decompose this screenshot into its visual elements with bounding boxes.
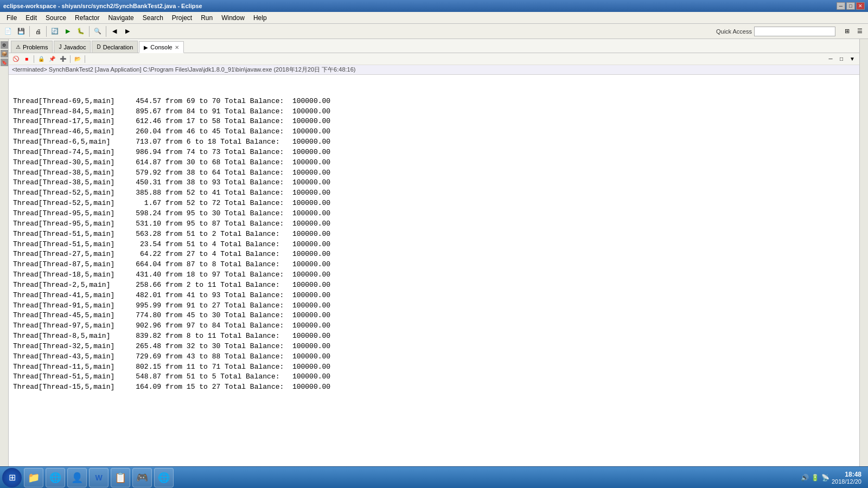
scroll-lock-button[interactable]: 🔒 xyxy=(36,54,46,64)
view-button[interactable]: ☰ xyxy=(854,25,866,37)
console-line: Thread[Thread-15,5,main] 164.09 from 15 … xyxy=(13,382,855,393)
menu-source[interactable]: Source xyxy=(41,13,71,23)
console-line: Thread[Thread-97,5,main] 902.96 from 97 … xyxy=(13,321,855,331)
window-controls: ─ □ ✕ xyxy=(837,2,865,10)
print-button[interactable]: 🖨 xyxy=(32,25,44,37)
toolbar-sep-1 xyxy=(29,26,30,37)
menu-navigate[interactable]: Navigate xyxy=(104,13,138,23)
tab-problems-label: Problems xyxy=(23,44,48,50)
quick-access-area: Quick Access xyxy=(716,27,835,36)
console-line: Thread[Thread-38,5,main] 579.92 from 38 … xyxy=(13,168,855,178)
stop-button[interactable]: ■ xyxy=(22,54,31,64)
left-sidebar: ⚙ 📦 🔖 xyxy=(0,39,9,466)
debug-button[interactable]: 🐛 xyxy=(75,25,87,37)
console-line: Thread[Thread-51,5,main] 548.87 from 51 … xyxy=(13,372,855,382)
maximize-view-button[interactable]: □ xyxy=(837,54,846,64)
menu-edit[interactable]: Edit xyxy=(21,13,41,23)
maximize-button[interactable]: □ xyxy=(846,2,855,10)
menu-help[interactable]: Help xyxy=(249,13,271,23)
console-line: Thread[Thread-30,5,main] 614.87 from 30 … xyxy=(13,158,855,168)
taskbar-user[interactable]: 👤 xyxy=(67,468,87,487)
console-line: Thread[Thread-91,5,main] 995.99 from 91 … xyxy=(13,301,855,311)
tab-problems[interactable]: ⚠ Problems xyxy=(11,41,53,53)
view-menu-button[interactable]: ▼ xyxy=(847,54,857,64)
sidebar-icon-1[interactable]: ⚙ xyxy=(1,41,8,49)
console-toolbar: 🚫 ■ 🔒 📌 ➕ 📂 ─ □ ▼ xyxy=(9,53,859,65)
start-button[interactable]: ⊞ xyxy=(2,468,22,487)
title-bar: eclipse-workspace - shiyan/src/synch2/Sy… xyxy=(0,0,868,12)
menu-window[interactable]: Window xyxy=(217,13,249,23)
console-line: Thread[Thread-43,5,main] 729.69 from 43 … xyxy=(13,352,855,362)
status-text: <terminated> SynchBankTest2 [Java Applic… xyxy=(12,66,355,73)
new-button[interactable]: 📄 xyxy=(2,25,14,37)
sidebar-icon-3[interactable]: 🔖 xyxy=(1,59,8,66)
taskbar-explorer[interactable]: 📁 xyxy=(24,468,43,487)
run-button[interactable]: ▶ xyxy=(62,25,74,37)
search-button[interactable]: 🔍 xyxy=(92,25,104,37)
tray-icon-2: 🔋 xyxy=(811,474,819,481)
console-line: Thread[Thread-38,5,main] 450.31 from 38 … xyxy=(13,178,855,188)
refresh-button[interactable]: 🔄 xyxy=(49,25,61,37)
back-button[interactable]: ◀ xyxy=(108,25,120,37)
window-title: eclipse-workspace - shiyan/src/synch2/Sy… xyxy=(3,3,202,9)
pin-button[interactable]: 📌 xyxy=(47,54,57,64)
menu-run[interactable]: Run xyxy=(196,13,217,23)
minimize-button[interactable]: ─ xyxy=(837,2,845,10)
console-line: Thread[Thread-6,5,main] 713.07 from 6 to… xyxy=(13,137,855,147)
tray-icon-3: 📡 xyxy=(821,474,829,481)
tab-declaration-label: Declaration xyxy=(103,44,133,50)
tabs-container: ⚠ Problems J Javadoc D Declaration ▶ Con… xyxy=(9,39,859,53)
console-line: Thread[Thread-17,5,main] 612.46 from 17 … xyxy=(13,117,855,127)
toolbar-sep-4 xyxy=(106,26,106,37)
clock: 18:48 2018/12/20 xyxy=(832,471,861,485)
tab-javadoc[interactable]: J Javadoc xyxy=(54,41,91,53)
taskbar-word[interactable]: W xyxy=(89,468,108,487)
forward-button[interactable]: ▶ xyxy=(122,25,133,37)
perspective-button[interactable]: ⊞ xyxy=(841,25,853,37)
console-line: Thread[Thread-18,5,main] 431.40 from 18 … xyxy=(13,270,855,280)
javadoc-icon: J xyxy=(59,44,61,50)
console-output-area[interactable]: Thread[Thread-69,5,main] 454.57 from 69 … xyxy=(9,75,859,466)
menu-bar: File Edit Source Refactor Navigate Searc… xyxy=(0,12,868,24)
system-tray: 🔊 🔋 📡 xyxy=(801,474,829,481)
console-line: Thread[Thread-8,5,main] 839.82 from 8 to… xyxy=(13,331,855,342)
quick-access-input[interactable] xyxy=(754,27,835,36)
console-line: Thread[Thread-95,5,main] 531.10 from 95 … xyxy=(13,219,855,229)
save-button[interactable]: 💾 xyxy=(15,25,27,37)
menu-refactor[interactable]: Refactor xyxy=(71,13,104,23)
center-panel: ⚠ Problems J Javadoc D Declaration ▶ Con… xyxy=(9,39,859,466)
declaration-icon: D xyxy=(97,44,100,50)
date-display: 2018/12/20 xyxy=(832,478,861,485)
console-line: Thread[Thread-46,5,main] 260.04 from 46 … xyxy=(13,127,855,137)
minimize-view-button[interactable]: ─ xyxy=(826,54,835,64)
console-line: Thread[Thread-51,5,main] 23.54 from 51 t… xyxy=(13,240,855,250)
console-line: Thread[Thread-11,5,main] 802.15 from 11 … xyxy=(13,362,855,373)
tab-console[interactable]: ▶ Console ✕ xyxy=(139,41,183,53)
console-sep-1 xyxy=(34,55,34,63)
problems-icon: ⚠ xyxy=(16,44,21,50)
console-close-button[interactable]: ✕ xyxy=(175,44,179,50)
taskbar-app5[interactable]: 📋 xyxy=(111,468,130,487)
sidebar-icon-2[interactable]: 📦 xyxy=(1,50,8,57)
console-line: Thread[Thread-74,5,main] 986.94 from 74 … xyxy=(13,147,855,158)
new-console-button[interactable]: ➕ xyxy=(58,54,68,64)
toolbar-sep-3 xyxy=(89,26,90,37)
menu-search[interactable]: Search xyxy=(138,13,168,23)
console-output: Thread[Thread-69,5,main] 454.57 from 69 … xyxy=(9,75,859,394)
menu-project[interactable]: Project xyxy=(168,13,196,23)
taskbar-chrome[interactable]: 🌐 xyxy=(46,468,65,487)
open-file-button[interactable]: 📂 xyxy=(73,54,82,64)
status-line: <terminated> SynchBankTest2 [Java Applic… xyxy=(9,65,859,75)
taskbar-app6[interactable]: 🎮 xyxy=(132,468,152,487)
taskbar-ie[interactable]: 🌐 xyxy=(154,468,174,487)
tab-console-label: Console xyxy=(150,44,172,50)
console-line: Thread[Thread-52,5,main] 1.67 from 52 to… xyxy=(13,198,855,209)
main-toolbar: 📄 💾 🖨 🔄 ▶ 🐛 🔍 ◀ ▶ Quick Access ⊞ ☰ xyxy=(0,24,868,39)
tab-declaration[interactable]: D Declaration xyxy=(92,41,138,53)
clock-area[interactable]: 18:48 2018/12/20 xyxy=(832,471,866,485)
quick-access-label: Quick Access xyxy=(716,28,752,35)
clear-button[interactable]: 🚫 xyxy=(11,54,21,64)
close-button[interactable]: ✕ xyxy=(856,2,865,10)
menu-file[interactable]: File xyxy=(2,13,21,23)
console-line: Thread[Thread-32,5,main] 265.48 from 32 … xyxy=(13,342,855,352)
